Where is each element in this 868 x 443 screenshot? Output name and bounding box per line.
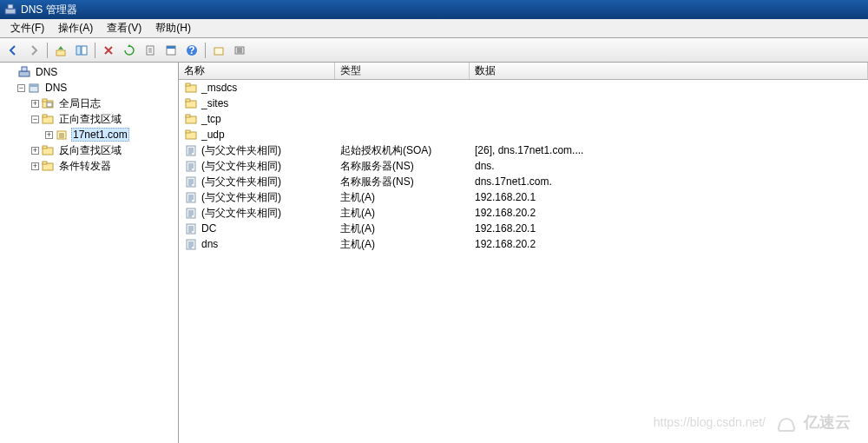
- row-name: (与父文件夹相同): [201, 143, 281, 158]
- folder-icon: [41, 159, 55, 173]
- list-row[interactable]: (与父文件夹相同)名称服务器(NS)dns.: [179, 158, 868, 174]
- svg-rect-18: [47, 102, 52, 107]
- record-icon: [184, 222, 198, 235]
- row-data: dns.17net1.com.: [470, 175, 868, 188]
- refresh-button[interactable]: [120, 41, 139, 60]
- svg-rect-1: [8, 4, 13, 9]
- svg-rect-4: [82, 46, 87, 55]
- menu-file[interactable]: 文件(F): [3, 19, 51, 37]
- help-button[interactable]: ?: [182, 41, 201, 60]
- folder-icon: [184, 112, 198, 126]
- titlebar: DNS 管理器: [0, 0, 868, 19]
- folder-icon: [184, 81, 198, 95]
- list-row[interactable]: _udp: [179, 127, 868, 142]
- row-type: 主机(A): [335, 222, 470, 236]
- properties-button[interactable]: [161, 41, 181, 60]
- dns-root-icon: [17, 65, 31, 79]
- forward-button[interactable]: [24, 41, 43, 60]
- tree-domain-node[interactable]: + 17net1.com: [2, 127, 176, 142]
- folder-icon: [41, 143, 55, 157]
- list-row[interactable]: (与父文件夹相同)主机(A)192.168.20.1: [179, 189, 868, 205]
- up-button[interactable]: [51, 41, 70, 60]
- export-button[interactable]: [141, 41, 160, 60]
- record-icon: [184, 190, 198, 204]
- blank-expander: [5, 67, 16, 77]
- tree-label: 全局日志: [57, 96, 102, 112]
- record-icon: [184, 237, 198, 251]
- column-name[interactable]: 名称: [179, 63, 335, 79]
- back-button[interactable]: [3, 41, 23, 60]
- content-area: DNS − DNS + 全局日志 − 正向查找区域 + 17net1.com +…: [0, 63, 868, 443]
- list-row[interactable]: _msdcs: [179, 80, 868, 96]
- row-data: 192.168.20.1: [470, 222, 868, 235]
- toolbar-separator: [205, 43, 206, 58]
- svg-rect-0: [5, 9, 16, 14]
- svg-rect-25: [43, 162, 47, 164]
- row-name: DC: [201, 222, 216, 235]
- row-data: dns.: [470, 160, 868, 172]
- expand-icon[interactable]: +: [31, 147, 39, 155]
- svg-rect-17: [43, 99, 47, 102]
- list-row[interactable]: _tcp: [179, 111, 868, 127]
- tree-label: 条件转发器: [57, 158, 113, 175]
- list-row[interactable]: (与父文件夹相同)名称服务器(NS)dns.17net1.com.: [179, 174, 868, 189]
- window-title: DNS 管理器: [21, 3, 77, 17]
- column-type[interactable]: 类型: [335, 63, 470, 79]
- row-name: (与父文件夹相同): [201, 190, 281, 205]
- folder-icon: [41, 112, 55, 126]
- row-type: 起始授权机构(SOA): [335, 143, 470, 158]
- svg-text:?: ?: [188, 44, 194, 56]
- delete-button[interactable]: [99, 41, 118, 60]
- list-body[interactable]: _msdcs_sites_tcp_udp(与父文件夹相同)起始授权机构(SOA)…: [179, 80, 868, 443]
- list-row[interactable]: DC主机(A)192.168.20.1: [179, 221, 868, 236]
- log-folder-icon: [41, 96, 55, 110]
- list-row[interactable]: (与父文件夹相同)主机(A)192.168.20.2: [179, 205, 868, 221]
- list-panel: 名称 类型 数据 _msdcs_sites_tcp_udp(与父文件夹相同)起始…: [179, 63, 868, 443]
- record-icon: [184, 206, 198, 220]
- app-icon: [3, 3, 17, 17]
- svg-rect-13: [22, 67, 27, 71]
- expand-icon[interactable]: +: [31, 100, 39, 108]
- filter-button[interactable]: [230, 41, 249, 60]
- list-row[interactable]: (与父文件夹相同)起始授权机构(SOA)[26], dns.17net1.com…: [179, 142, 868, 158]
- collapse-icon[interactable]: −: [31, 116, 39, 123]
- server-icon: [27, 81, 41, 95]
- tree-label: DNS: [43, 81, 69, 95]
- tree-reverse-zone[interactable]: + 反向查找区域: [2, 142, 176, 158]
- row-type: 名称服务器(NS): [335, 175, 470, 189]
- row-name: _msdcs: [201, 82, 237, 94]
- toolbar-separator: [47, 43, 48, 58]
- tree-panel[interactable]: DNS − DNS + 全局日志 − 正向查找区域 + 17net1.com +…: [0, 63, 179, 443]
- tree-root-dns[interactable]: DNS: [2, 64, 176, 80]
- expand-icon[interactable]: +: [45, 131, 53, 139]
- row-name: _tcp: [201, 113, 221, 125]
- menu-view[interactable]: 查看(V): [100, 19, 148, 37]
- record-icon: [184, 143, 198, 157]
- list-row[interactable]: _sites: [179, 96, 868, 111]
- menu-help[interactable]: 帮助(H): [148, 19, 198, 37]
- row-name: _udp: [201, 129, 225, 141]
- tree-label: 反向查找区域: [57, 142, 123, 159]
- list-header: 名称 类型 数据: [179, 63, 868, 80]
- svg-rect-33: [186, 130, 190, 133]
- expand-icon[interactable]: +: [31, 162, 39, 170]
- menu-action[interactable]: 操作(A): [51, 19, 100, 37]
- list-row[interactable]: dns主机(A)192.168.20.2: [179, 236, 868, 252]
- collapse-icon[interactable]: −: [17, 84, 25, 92]
- row-name: (与父文件夹相同): [201, 159, 281, 174]
- svg-rect-3: [76, 46, 81, 55]
- svg-rect-29: [186, 99, 190, 102]
- tree-label: 正向查找区域: [57, 111, 123, 128]
- column-data[interactable]: 数据: [470, 63, 868, 79]
- svg-rect-27: [186, 83, 190, 86]
- tree-global-log[interactable]: + 全局日志: [2, 96, 176, 111]
- record-icon: [184, 175, 198, 188]
- tree-conditional-forwarder[interactable]: + 条件转发器: [2, 158, 176, 174]
- show-hide-tree-button[interactable]: [72, 41, 91, 60]
- folder-icon: [184, 128, 198, 142]
- tree-forward-zone[interactable]: − 正向查找区域: [2, 111, 176, 127]
- new-zone-button[interactable]: [209, 41, 228, 60]
- tree-server-node[interactable]: − DNS: [2, 80, 176, 96]
- row-data: 192.168.20.2: [470, 238, 868, 250]
- toolbar-separator: [95, 43, 95, 58]
